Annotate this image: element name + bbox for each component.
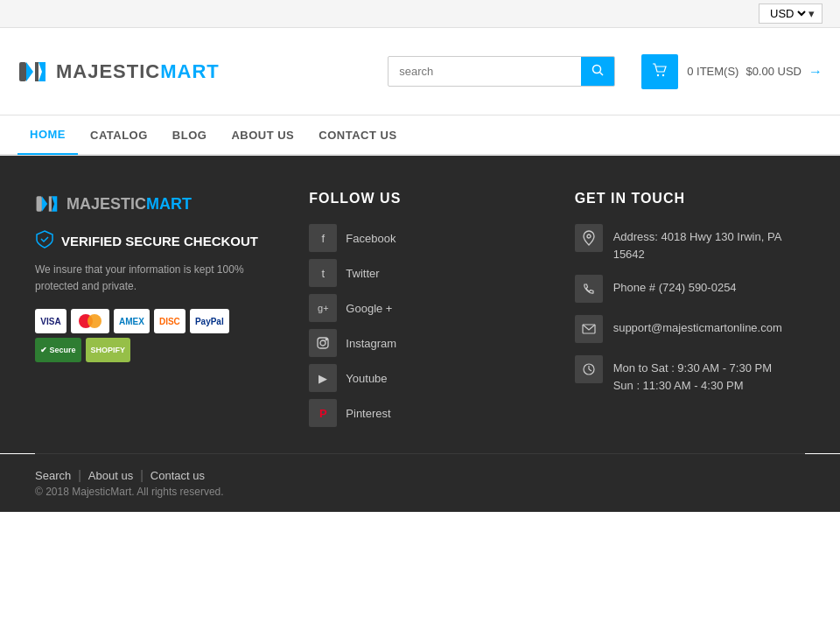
footer-main: MAJESTICMART VERIFIED SECURE CHECKOUT We… xyxy=(0,156,840,453)
list-item: ▶ Youtube xyxy=(309,364,539,392)
paypal-icon: PayPal xyxy=(190,309,229,333)
list-item: Instagram xyxy=(309,329,539,357)
svg-point-7 xyxy=(662,74,664,75)
currency-arrow: ▾ xyxy=(808,7,815,20)
cart-area: 0 ITEM(S) $0.00 USD → xyxy=(641,54,822,89)
discover-icon: DISC xyxy=(154,309,186,333)
pinterest-icon: P xyxy=(309,399,337,427)
phone-text: Phone # (724) 590-0254 xyxy=(613,275,737,297)
footer-links: Search | About us | Contact us xyxy=(35,468,224,482)
copyright-text: © 2018 MajesticMart. All rights reserved… xyxy=(35,486,224,498)
svg-point-6 xyxy=(657,74,659,75)
list-item: Phone # (724) 590-0254 xyxy=(575,275,805,303)
secure-badge: VERIFIED SECURE CHECKOUT xyxy=(35,229,265,253)
cart-info[interactable]: 0 ITEM(S) $0.00 USD → xyxy=(687,64,822,80)
nav-contact-us[interactable]: CONTACT US xyxy=(306,115,409,155)
search-icon xyxy=(592,64,604,76)
visa-icon: VISA xyxy=(35,309,66,333)
footer-logo-icon xyxy=(35,191,61,217)
email-text: support@majesticmartonline.com xyxy=(613,315,782,337)
svg-line-21 xyxy=(589,369,592,371)
social-twitter[interactable]: t Twitter xyxy=(309,259,539,287)
nav-about-us[interactable]: ABOUT US xyxy=(219,115,306,155)
address-text: Address: 4018 Hwy 130 Irwin, PA 15642 xyxy=(613,224,805,262)
youtube-label: Youtube xyxy=(346,372,387,385)
cart-icon-button[interactable] xyxy=(641,54,678,89)
footer-logo-mart: MART xyxy=(146,195,192,213)
svg-point-16 xyxy=(326,339,328,340)
footer-contact-link[interactable]: Contact us xyxy=(150,469,205,482)
secure-pay-icon: ✔ Secure xyxy=(35,338,81,362)
cart-items-label: 0 ITEM(S) xyxy=(687,65,738,78)
logo[interactable]: MAJESTICMART xyxy=(18,55,220,88)
footer-bottom: Search | About us | Contact us © 2018 Ma… xyxy=(0,454,840,512)
footer-col-contact: GET IN TOUCH Address: 4018 Hwy 130 Irwin… xyxy=(557,191,805,427)
list-item: f Facebook xyxy=(309,224,539,252)
svg-marker-11 xyxy=(52,196,57,211)
svg-marker-1 xyxy=(26,62,33,81)
top-bar: USD ▾ xyxy=(0,0,840,28)
list-item: Address: 4018 Hwy 130 Irwin, PA 15642 xyxy=(575,224,805,262)
svg-point-15 xyxy=(320,340,326,346)
get-in-touch-title: GET IN TOUCH xyxy=(575,191,805,206)
svg-rect-2 xyxy=(35,62,38,81)
footer-about-link[interactable]: About us xyxy=(88,469,133,482)
hours-text: Mon to Sat : 9:30 AM - 7:30 PMSun : 11:3… xyxy=(613,355,772,394)
shield-svg xyxy=(35,229,54,248)
svg-rect-8 xyxy=(37,196,42,211)
list-item: support@majesticmartonline.com xyxy=(575,315,805,343)
footer-logo-majestic: MAJESTIC xyxy=(66,195,146,213)
mastercard-icon xyxy=(71,309,109,333)
currency-selector[interactable]: USD ▾ xyxy=(759,4,822,24)
nav-blog[interactable]: BLOG xyxy=(160,115,220,155)
twitter-label: Twitter xyxy=(346,267,379,280)
email-icon xyxy=(575,315,603,343)
facebook-icon: f xyxy=(309,224,337,252)
search-input[interactable] xyxy=(388,58,581,85)
footer-search-link[interactable]: Search xyxy=(35,469,71,482)
social-instagram[interactable]: Instagram xyxy=(309,329,539,357)
svg-rect-10 xyxy=(49,196,52,211)
follow-us-title: FOLLOW US xyxy=(309,191,539,206)
twitter-icon: t xyxy=(309,259,337,287)
secure-title: VERIFIED SECURE CHECKOUT xyxy=(61,234,258,248)
hours-icon xyxy=(575,355,603,383)
social-youtube[interactable]: ▶ Youtube xyxy=(309,364,539,392)
main-nav: HOME CATALOG BLOG ABOUT US CONTACT US xyxy=(0,116,840,156)
search-button[interactable] xyxy=(581,57,614,86)
search-bar xyxy=(388,56,615,87)
svg-rect-0 xyxy=(19,62,26,81)
social-googleplus[interactable]: g+ Google + xyxy=(309,294,539,322)
social-list: f Facebook t Twitter g+ Google + xyxy=(309,224,539,427)
social-facebook[interactable]: f Facebook xyxy=(309,224,539,252)
svg-marker-3 xyxy=(38,62,46,81)
facebook-label: Facebook xyxy=(346,232,396,245)
cart-arrow: → xyxy=(808,64,822,80)
shopify-icon: SHOPIFY xyxy=(86,338,131,362)
list-item: g+ Google + xyxy=(309,294,539,322)
footer-col-trust: MAJESTICMART VERIFIED SECURE CHECKOUT We… xyxy=(35,191,291,427)
shield-icon xyxy=(35,229,54,253)
separator-2: | xyxy=(140,468,144,482)
payment-icons: VISA AMEX DISC PayPal ✔ Secure SHOPIFY xyxy=(35,309,265,362)
phone-icon xyxy=(575,275,603,303)
nav-catalog[interactable]: CATALOG xyxy=(78,115,160,155)
list-item: t Twitter xyxy=(309,259,539,287)
amex-icon: AMEX xyxy=(114,309,150,333)
nav-home[interactable]: HOME xyxy=(18,115,78,155)
youtube-icon: ▶ xyxy=(309,364,337,392)
separator-1: | xyxy=(78,468,81,482)
social-pinterest[interactable]: P Pinterest xyxy=(309,399,539,427)
contact-list: Address: 4018 Hwy 130 Irwin, PA 15642 Ph… xyxy=(575,224,805,394)
list-item: Mon to Sat : 9:30 AM - 7:30 PMSun : 11:3… xyxy=(575,355,805,394)
cart-amount: $0.00 USD xyxy=(746,65,802,78)
svg-marker-9 xyxy=(42,196,47,211)
footer-logo: MAJESTICMART xyxy=(35,191,265,217)
currency-dropdown[interactable]: USD xyxy=(766,6,808,21)
instagram-label: Instagram xyxy=(346,337,396,350)
svg-point-4 xyxy=(593,66,601,74)
logo-majestic-text: MAJESTIC xyxy=(56,60,160,82)
googleplus-icon: g+ xyxy=(309,294,337,322)
pinterest-label: Pinterest xyxy=(346,407,390,420)
instagram-icon xyxy=(309,329,337,357)
